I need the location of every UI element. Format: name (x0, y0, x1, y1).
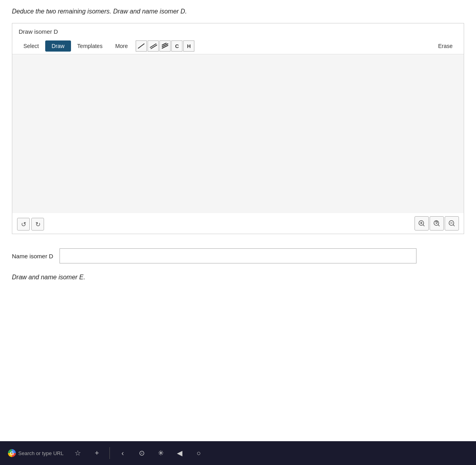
zoom-in-icon (418, 220, 425, 227)
settings-icon[interactable]: ✳ (154, 447, 167, 459)
double-bond-icon (149, 43, 157, 49)
undo-redo-controls: ↺ ↻ (17, 218, 44, 231)
zoom-controls (415, 216, 459, 231)
camera-icon[interactable]: ⊙ (135, 447, 148, 459)
taskbar-google-search[interactable]: G Search or type URL (8, 449, 63, 457)
name-isomer-d-input[interactable] (60, 248, 416, 263)
zoom-in-button[interactable] (415, 216, 429, 231)
carbon-atom-button[interactable]: C (171, 40, 182, 52)
svg-line-3 (162, 44, 168, 47)
undo-button[interactable]: ↺ (17, 218, 30, 231)
svg-line-14 (453, 225, 455, 227)
svg-line-0 (138, 44, 144, 48)
zoom-reset-button[interactable] (430, 216, 444, 231)
name-isomer-d-row: Name isomer D (12, 242, 464, 270)
draw-isomer-e-instruction: Draw and name isomer E. (12, 274, 464, 286)
triple-bond-button[interactable] (159, 40, 171, 52)
taskbar: G Search or type URL ☆ + ‹ ⊙ ✳ ◀ ○ (0, 441, 476, 465)
select-button[interactable]: Select (17, 40, 45, 52)
svg-line-11 (438, 225, 440, 227)
single-bond-button[interactable] (136, 40, 147, 52)
zoom-out-button[interactable] (445, 216, 459, 231)
name-isomer-d-label: Name isomer D (12, 253, 53, 259)
draw-isomer-d-panel: Draw isomer D Select Draw Templates More (12, 23, 464, 234)
triple-bond-icon (161, 43, 169, 49)
svg-line-4 (162, 45, 168, 48)
nav-icon[interactable]: ◀ (173, 447, 186, 459)
canvas-controls: ↺ ↻ (12, 213, 464, 234)
zoom-out-icon (448, 220, 455, 227)
google-logo: G (8, 449, 16, 457)
more-button[interactable]: More (109, 40, 134, 52)
back-icon[interactable]: ‹ (116, 447, 129, 459)
single-bond-icon (137, 43, 145, 49)
zoom-reset-icon (433, 220, 440, 227)
hydrogen-atom-button[interactable]: H (183, 40, 194, 52)
search-or-url-text: Search or type URL (18, 450, 63, 456)
deduce-instruction: Deduce the two remaining isomers. Draw a… (12, 8, 464, 15)
new-tab-icon[interactable]: + (90, 447, 103, 459)
templates-button[interactable]: Templates (71, 40, 109, 52)
drawing-toolbar: Select Draw Templates More (12, 38, 464, 54)
double-bond-button[interactable] (148, 40, 159, 52)
redo-button[interactable]: ↻ (31, 218, 44, 231)
home-icon[interactable]: ○ (192, 447, 205, 459)
draw-button[interactable]: Draw (45, 40, 71, 52)
star-icon[interactable]: ☆ (71, 447, 84, 459)
erase-button[interactable]: Erase (433, 41, 457, 51)
draw-isomer-d-title: Draw isomer D (12, 23, 464, 38)
taskbar-icons-group: ☆ + ‹ ⊙ ✳ ◀ ○ (71, 447, 205, 459)
taskbar-separator (109, 447, 110, 459)
drawing-canvas[interactable] (12, 54, 464, 213)
bond-buttons-group (136, 40, 171, 52)
svg-line-9 (423, 225, 425, 227)
